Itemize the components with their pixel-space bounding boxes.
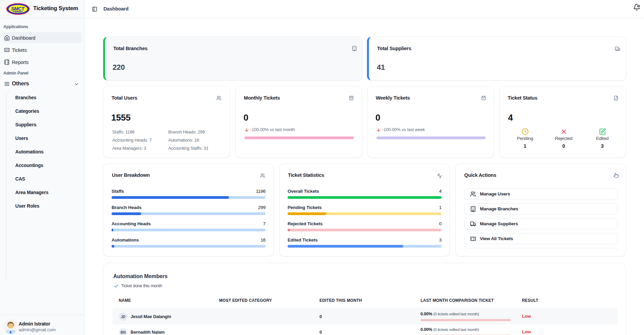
svg-text:SMCT: SMCT	[11, 6, 25, 12]
